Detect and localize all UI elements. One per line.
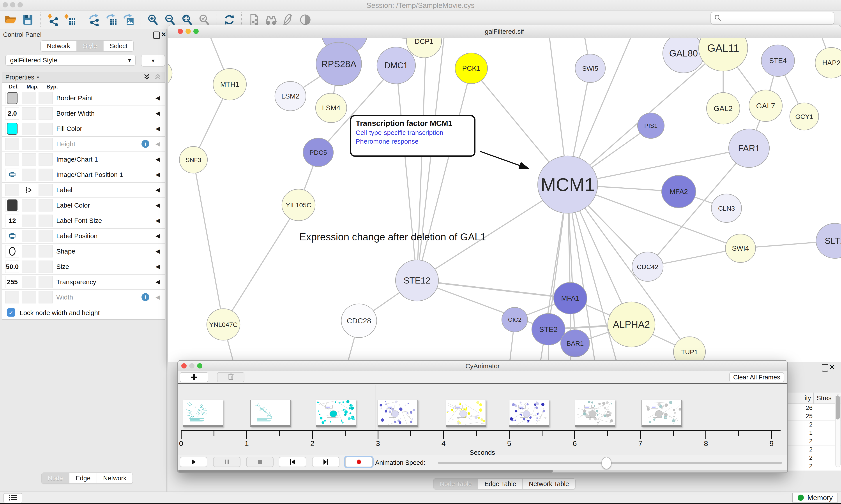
property-byp-cell[interactable] — [38, 138, 53, 150]
property-map-cell[interactable] — [22, 199, 36, 212]
float-panel-icon[interactable] — [153, 32, 160, 39]
property-map-cell[interactable] — [22, 291, 36, 303]
clear-all-frames-button[interactable]: Clear All Frames — [729, 372, 784, 382]
property-map-cell[interactable] — [22, 215, 36, 227]
network-caption[interactable]: Expression change after deletion of GAL1 — [299, 231, 486, 243]
info-icon[interactable]: i — [142, 140, 149, 148]
property-byp-cell[interactable] — [38, 199, 53, 212]
style-selector[interactable]: galFiltered Style ▾ — [5, 55, 136, 66]
property-def-cell[interactable]: 12 — [5, 215, 19, 227]
network-node-lsm4[interactable]: LSM4 — [316, 93, 347, 123]
delete-frame-button[interactable] — [217, 372, 245, 382]
frame-thumbnail[interactable] — [642, 400, 682, 427]
network-node-gal7[interactable]: GAL7 — [749, 90, 782, 122]
collapse-all-icon[interactable] — [154, 73, 162, 82]
expand-row-icon[interactable]: ◀ — [156, 217, 160, 224]
float-panel-icon[interactable] — [822, 364, 828, 372]
table-row[interactable]: 25 — [788, 412, 841, 420]
expand-row-icon[interactable]: ◀ — [156, 278, 160, 285]
frame-thumbnail[interactable] — [509, 400, 549, 427]
table-scrollbar-thumb[interactable] — [836, 395, 840, 419]
property-map-cell[interactable] — [22, 92, 36, 104]
property-map-cell[interactable] — [22, 153, 36, 165]
network-node-mth1[interactable]: MTH1 — [213, 69, 246, 100]
expand-row-icon[interactable]: ◀ — [156, 248, 160, 255]
network-node-lsm2[interactable]: LSM2 — [275, 82, 306, 111]
frame-thumbnail[interactable] — [575, 400, 615, 427]
network-node-pck1[interactable]: PCK1 — [455, 53, 487, 84]
annotation-box[interactable]: Transcription factor MCM1 Cell-type-spec… — [350, 115, 476, 157]
info-icon[interactable]: i — [142, 293, 149, 301]
property-def-cell[interactable]: 50.0 — [5, 260, 19, 273]
tab-node-table[interactable]: Node Table — [434, 479, 478, 489]
property-map-cell[interactable] — [22, 107, 36, 120]
tab-style[interactable]: Style — [76, 41, 103, 51]
mac-titlebar[interactable]: Session: /Temp/SampleMovie.cys — [0, 0, 841, 11]
table-row[interactable]: 2 — [788, 420, 841, 429]
expand-row-icon[interactable]: ◀ — [156, 263, 160, 270]
property-map-cell[interactable] — [22, 276, 36, 288]
toolbar-open-session-button[interactable] — [2, 11, 19, 28]
property-row-label-position[interactable]: Label Position◀ — [2, 229, 165, 244]
expand-row-icon[interactable]: ◀ — [156, 186, 160, 193]
property-def-cell[interactable] — [5, 138, 19, 150]
frame-thumbnail[interactable] — [378, 400, 418, 427]
property-def-cell[interactable] — [5, 123, 19, 135]
tab-network-table[interactable]: Network Table — [522, 479, 575, 489]
property-def-cell[interactable]: 255 — [5, 276, 19, 288]
property-row-fill-color[interactable]: Fill Color◀ — [2, 121, 165, 137]
network-node-bar1[interactable]: BAR1 — [561, 330, 590, 357]
property-byp-cell[interactable] — [38, 123, 53, 135]
playhead[interactable] — [376, 385, 376, 431]
network-node-gal11[interactable]: GAL11 — [699, 38, 748, 71]
close-panel-icon[interactable]: × — [829, 363, 835, 371]
table-row[interactable]: 2 — [788, 454, 841, 462]
network-node-cdc28[interactable]: CDC28 — [341, 304, 377, 338]
property-row-height[interactable]: Heighti◀ — [2, 137, 165, 152]
table-row[interactable]: 26 — [788, 404, 841, 412]
network-node-dmc1[interactable]: DMC1 — [377, 47, 415, 84]
property-byp-cell[interactable] — [38, 168, 53, 181]
tab-network[interactable]: Network — [96, 473, 132, 483]
play-button[interactable] — [180, 457, 207, 467]
table-row[interactable]: 1 — [788, 429, 841, 437]
network-node-far1[interactable]: FAR1 — [729, 129, 769, 167]
skip-to-end-button[interactable] — [312, 457, 339, 467]
frame-thumbnail[interactable] — [316, 400, 356, 427]
annotation-link-1[interactable]: Cell-type-specific transcription — [356, 129, 470, 137]
network-node-yil105c[interactable]: YIL105C — [282, 189, 315, 221]
timeline-scrollbar-thumb[interactable] — [178, 470, 553, 472]
property-map-cell[interactable] — [22, 230, 36, 242]
table-scrollbar[interactable] — [835, 394, 841, 467]
network-node-gcy1[interactable]: GCY1 — [790, 103, 819, 130]
column-header-ity[interactable]: ity — [788, 393, 813, 403]
expand-row-icon[interactable]: ◀ — [156, 171, 160, 178]
property-map-cell[interactable] — [22, 260, 36, 273]
property-byp-cell[interactable] — [38, 107, 53, 120]
network-node-cln3[interactable]: CLN3 — [711, 194, 741, 222]
property-row-width[interactable]: Widthi◀ — [2, 290, 165, 305]
skip-to-start-button[interactable] — [279, 457, 306, 467]
lock-node-size-checkbox[interactable]: ✓ — [7, 308, 15, 317]
expand-all-icon[interactable] — [143, 73, 151, 82]
expand-row-icon[interactable]: ◀ — [156, 110, 160, 117]
property-byp-cell[interactable] — [38, 230, 53, 242]
network-node-gal2[interactable]: GAL2 — [706, 93, 740, 124]
property-byp-cell[interactable] — [38, 184, 53, 196]
network-node-swi4[interactable]: SWI4 — [726, 234, 756, 263]
expand-row-icon[interactable]: ◀ — [156, 202, 160, 209]
tab-node[interactable]: Node — [42, 473, 69, 483]
toolbar-import-network-button[interactable] — [44, 11, 61, 28]
property-row-shape[interactable]: Shape◀ — [2, 244, 165, 259]
network-node-gic2[interactable]: GIC2 — [502, 307, 527, 332]
property-row-label-font-size[interactable]: 12Label Font Size◀ — [2, 213, 165, 229]
annotation-link-2[interactable]: Pheromone response — [356, 138, 470, 145]
frame-thumbnail[interactable] — [250, 400, 291, 427]
network-node-rps28a[interactable]: RPS28A — [316, 42, 362, 86]
expand-row-icon[interactable]: ◀ — [156, 294, 160, 301]
properties-header[interactable]: Properties ▾ — [2, 72, 165, 83]
tab-edge[interactable]: Edge — [69, 473, 96, 483]
property-map-cell[interactable] — [22, 123, 36, 135]
toolbar-zoom-in-button[interactable] — [145, 11, 162, 28]
network-node-ynl047c[interactable]: YNL047C — [207, 309, 240, 340]
